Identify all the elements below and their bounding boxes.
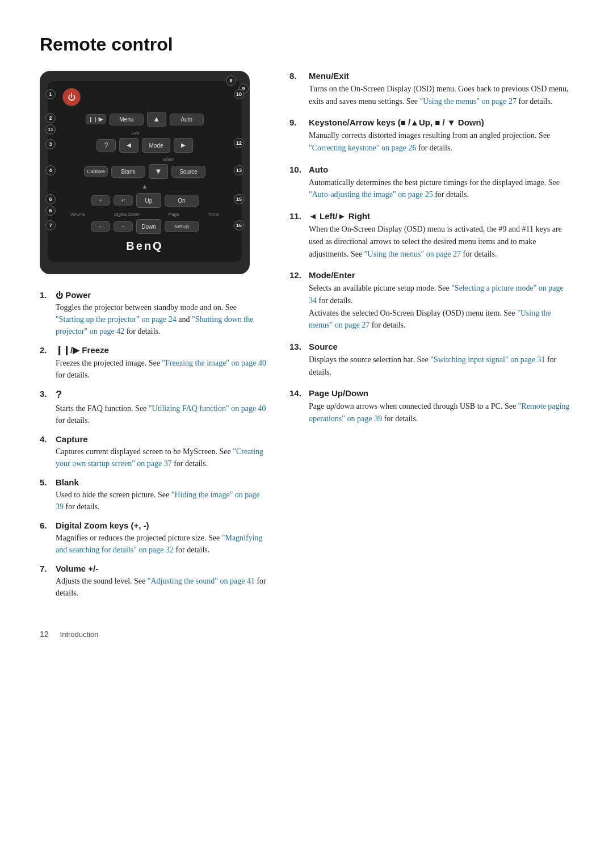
- item-number: 3.: [40, 389, 51, 426]
- badge-12: 12: [234, 138, 244, 148]
- item-desc: Captures current displayed screen to be …: [56, 446, 267, 469]
- item-title: Auto: [309, 165, 328, 174]
- right-column: 8. Menu/Exit Turns on the On-Screen Disp…: [289, 71, 573, 607]
- list-item: 5. Blank Used to hide the screen picture…: [40, 477, 267, 513]
- item-desc: Automatically determines the best pictur…: [309, 177, 573, 201]
- item-desc: Page up/down arrows when connected throu…: [309, 400, 573, 425]
- list-item: 7. Volume +/- Adjusts the sound level. S…: [40, 564, 267, 599]
- list-item: 10. Auto Automatically determines the be…: [289, 165, 573, 201]
- item-title: Page Up/Down: [309, 388, 368, 398]
- item-title: Volume +/-: [56, 564, 267, 573]
- item-title: Blank: [56, 477, 267, 487]
- right-arrow[interactable]: ►: [174, 138, 193, 153]
- link[interactable]: "Hiding the image" on page 39: [56, 490, 260, 511]
- item-desc: Manually corrects distorted images resul…: [309, 129, 573, 154]
- remote-diagram: 8 9 1 ⏻ 10 2 11 ❙❙/▶ Menu ▲: [40, 71, 250, 274]
- list-item: 9. Keystone/Arrow keys (■ /▲Up, ■ / ▼ Do…: [289, 118, 573, 154]
- link[interactable]: "Remote paging operations" on page 39: [309, 402, 569, 423]
- link[interactable]: "Creating your own startup screen" on pa…: [56, 447, 263, 468]
- item-header: 10. Auto: [289, 165, 573, 174]
- item-header: 8. Menu/Exit: [289, 71, 573, 81]
- auto-button[interactable]: Auto: [170, 114, 204, 125]
- link[interactable]: "Using the menus" on page 27: [309, 309, 551, 330]
- link[interactable]: "Using the menus" on page 27: [364, 250, 461, 258]
- item-title: ❙❙/▶ Freeze: [56, 345, 267, 355]
- list-item: 3. ? Starts the FAQ function. See "Utili…: [40, 389, 267, 426]
- list-item: 13. Source Displays the source selection…: [289, 342, 573, 378]
- item-header: 9. Keystone/Arrow keys (■ /▲Up, ■ / ▼ Do…: [289, 118, 573, 127]
- blank-button[interactable]: Blank: [111, 166, 145, 178]
- item-content: Blank Used to hide the screen picture. S…: [56, 477, 267, 513]
- item-desc: Freezes the projected image. See "Freezi…: [56, 357, 267, 381]
- item-title: Capture: [56, 434, 267, 444]
- zoom-minus[interactable]: −: [114, 221, 133, 232]
- zoom-plus[interactable]: +:: [114, 195, 133, 206]
- badge-13: 13: [234, 165, 244, 175]
- item-desc: Toggles the projector between standby mo…: [56, 301, 267, 337]
- badge-10: 10: [234, 89, 244, 99]
- left-items-list: 1. ⏻ Power Toggles the projector between…: [40, 290, 267, 599]
- left-arrow[interactable]: ◄: [119, 138, 138, 153]
- item-title: ◄ Left/► Right: [309, 211, 370, 221]
- item-content: Capture Captures current displayed scree…: [56, 434, 267, 469]
- source-button[interactable]: Source: [171, 166, 205, 178]
- item-number: 2.: [40, 345, 51, 381]
- item-number: 12.: [289, 270, 303, 280]
- badge-4: 4: [45, 165, 56, 175]
- badge-8: 8: [226, 76, 236, 86]
- badge-15: 15: [234, 194, 244, 204]
- link[interactable]: "Auto-adjusting the image" on page 25: [309, 190, 433, 199]
- badge-6a: 6: [45, 194, 56, 204]
- item-header: 12. Mode/Enter: [289, 270, 573, 280]
- on-button[interactable]: On: [165, 195, 199, 207]
- freeze-button[interactable]: ❙❙/▶: [86, 114, 106, 124]
- left-column: 8 9 1 ⏻ 10 2 11 ❙❙/▶ Menu ▲: [40, 71, 267, 607]
- page-title: Remote control: [40, 34, 573, 55]
- power-button[interactable]: ⏻: [62, 88, 81, 106]
- capture-button[interactable]: Capture: [84, 166, 108, 177]
- vol-minus[interactable]: −: [91, 221, 110, 232]
- link[interactable]: "Starting up the projector" on page 24: [56, 315, 177, 324]
- up-arrow[interactable]: ▲: [147, 112, 166, 127]
- list-item: 8. Menu/Exit Turns on the On-Screen Disp…: [289, 71, 573, 107]
- list-item: 11. ◄ Left/► Right When the On-Screen Di…: [289, 211, 573, 260]
- badge-16: 16: [234, 220, 244, 230]
- link[interactable]: "Correcting keystone" on page 26: [309, 144, 417, 152]
- setup-button[interactable]: Set up: [165, 221, 199, 232]
- faq-button[interactable]: ?: [96, 139, 116, 152]
- link[interactable]: "Freezing the image" on page 40: [162, 359, 266, 367]
- link[interactable]: "Selecting a picture mode" on page 34: [309, 284, 564, 305]
- link[interactable]: "Utilizing FAQ function" on page 40: [149, 404, 266, 413]
- link[interactable]: "Adjusting the sound" on page 41: [148, 577, 255, 585]
- benq-logo: BenQ: [53, 240, 236, 253]
- badge-11: 11: [45, 124, 56, 135]
- item-content: ? Starts the FAQ function. See "Utilizin…: [56, 389, 267, 426]
- item-title: ⏻ Power: [56, 290, 267, 300]
- item-desc: Adjusts the sound level. See "Adjusting …: [56, 575, 267, 599]
- item-content: ⏻ Power Toggles the projector between st…: [56, 290, 267, 337]
- item-title: Keystone/Arrow keys (■ /▲Up, ■ / ▼ Down): [309, 118, 484, 127]
- footer-page-number: 12: [40, 630, 49, 639]
- list-item: 6. Digital Zoom keys (+, -) Magnifies or…: [40, 521, 267, 556]
- link[interactable]: "Switching input signal" on page 31: [430, 355, 545, 364]
- item-number: 7.: [40, 564, 51, 599]
- page-down-button[interactable]: Down: [136, 219, 161, 234]
- menu-button[interactable]: Menu: [110, 114, 144, 125]
- list-item: 14. Page Up/Down Page up/down arrows whe…: [289, 388, 573, 425]
- page-up-button[interactable]: Up: [136, 193, 161, 208]
- list-item: 1. ⏻ Power Toggles the projector between…: [40, 290, 267, 337]
- footer-label: Introduction: [60, 630, 99, 639]
- link[interactable]: "Magnifying and searching for details" o…: [56, 534, 263, 554]
- item-desc: Turns on the On-Screen Display (OSD) men…: [309, 83, 573, 107]
- down-arrow[interactable]: ▼: [149, 164, 168, 179]
- item-number: 4.: [40, 434, 51, 469]
- item-desc: Selects an available picture setup mode.…: [309, 282, 573, 332]
- item-header: 11. ◄ Left/► Right: [289, 211, 573, 221]
- badge-6b: 6: [45, 206, 56, 216]
- footer: 12 Introduction: [40, 630, 573, 639]
- item-number: 6.: [40, 521, 51, 556]
- vol-plus[interactable]: +: [91, 195, 110, 206]
- mode-enter-button[interactable]: Mode: [142, 138, 170, 153]
- link[interactable]: "Using the menus" on page 27: [420, 97, 517, 106]
- item-desc: Displays the source selection bar. See "…: [309, 354, 573, 378]
